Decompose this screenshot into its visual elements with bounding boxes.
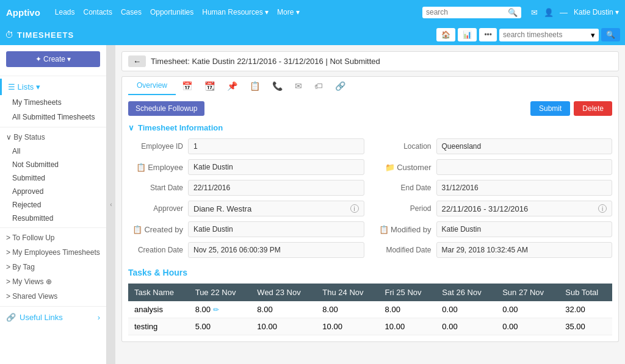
start-date-value: 22/11/2016 (188, 180, 364, 196)
task-thu-analysis: 8.00 (316, 301, 378, 318)
tab-icon-calendar[interactable]: 📅 (176, 77, 198, 95)
create-button[interactable]: ✦ Create ▾ (6, 51, 100, 67)
form-card: Schedule Followup Submit Delete ∨ Timesh… (121, 95, 619, 342)
modified-date-value: Mar 29, 2018 10:32:45 AM (436, 242, 613, 258)
sidebar-by-tag[interactable]: > By Tag (0, 260, 106, 274)
tab-icon-clipboard[interactable]: 📋 (244, 77, 266, 95)
sidebar-status-rejected[interactable]: Rejected (0, 198, 106, 212)
modified-by-value: Katie Dustin (436, 221, 613, 237)
sub-search-btn[interactable]: 🔍 (601, 28, 620, 41)
tab-icon-calendar2[interactable]: 📆 (198, 77, 221, 95)
task-tue-analysis: 8.00 ✏ (189, 301, 251, 318)
sidebar-status-resubmitted[interactable]: Resubmitted (0, 212, 106, 225)
created-by-icon: 📋 (132, 225, 142, 234)
home-btn[interactable]: 🏠 (436, 28, 455, 41)
period-info-icon[interactable]: i (598, 204, 607, 213)
sidebar-by-status[interactable]: ∨ By Status (0, 130, 106, 145)
sidebar-to-follow-up[interactable]: > To Follow Up (0, 230, 106, 245)
tab-icon-pin[interactable]: 📌 (221, 77, 244, 95)
delete-button[interactable]: Delete (574, 101, 612, 116)
back-button[interactable]: ← (128, 55, 146, 67)
more-btn[interactable]: ••• (479, 28, 497, 41)
table-row: testing 5.00 10.00 10.00 10.00 0.00 0.00… (128, 318, 612, 335)
location-value: Queensland (436, 138, 613, 154)
schedule-followup-button[interactable]: Schedule Followup (128, 101, 204, 116)
period-label: Period (377, 204, 432, 213)
breadcrumb-title: Timesheet: Katie Dustin 22/11/2016 - 31/… (151, 57, 380, 66)
nav-contacts[interactable]: Contacts (84, 8, 112, 16)
modified-by-icon: 📋 (379, 225, 389, 234)
search-icon: 🔍 (508, 8, 518, 17)
useful-links-label: Useful Links (20, 313, 63, 322)
clock-icon: ⏱ (5, 30, 13, 40)
link-icon: 🔗 (6, 313, 16, 322)
sidebar-divider-2 (0, 127, 106, 127)
employee-icon: 📋 (136, 163, 146, 172)
chart-btn[interactable]: 📊 (458, 28, 477, 41)
task-subtotal-testing: 35.00 (559, 318, 612, 335)
task-thu-testing: 10.00 (316, 318, 378, 335)
modified-by-row: 📋 Modified by Katie Dustin (377, 221, 613, 237)
sidebar-item-all-submitted[interactable]: All Submitted Timesheets (0, 110, 106, 124)
sub-nav: ⏱ TIMESHEETS 🏠 📊 ••• ▾ 🔍 (0, 24, 625, 45)
end-date-value: 31/12/2016 (436, 180, 613, 196)
task-wed-testing: 10.00 (251, 318, 316, 335)
user-menu[interactable]: Katie Dustin ▾ (574, 8, 619, 16)
chevron-down-icon[interactable]: ▾ (591, 30, 595, 40)
col-thu: Thu 24 Nov (316, 284, 378, 301)
end-date-label: End Date (377, 184, 432, 192)
approver-info-icon[interactable]: i (350, 204, 359, 213)
sidebar-useful-links[interactable]: 🔗 Useful Links › (0, 309, 106, 326)
sidebar-status-all[interactable]: All (0, 145, 106, 158)
tab-icon-tag[interactable]: 🏷 (308, 77, 329, 95)
nav-hr[interactable]: Human Resources ▾ (202, 8, 269, 16)
creation-date-row: Creation Date Nov 25, 2016 06:00:39 PM (128, 242, 364, 258)
sub-search-bar: ▾ (499, 29, 599, 41)
chevron-right-icon: › (98, 313, 100, 322)
top-nav: Apptivo Leads Contacts Cases Opportuniti… (0, 0, 625, 24)
sidebar-shared-views[interactable]: > Shared Views (0, 289, 106, 304)
edit-icon[interactable]: ✏ (213, 305, 219, 314)
tab-overview[interactable]: Overview (128, 77, 176, 95)
col-fri: Fri 25 Nov (379, 284, 436, 301)
nav-cases[interactable]: Cases (121, 8, 142, 16)
tab-icon-link[interactable]: 🔗 (329, 77, 352, 95)
employee-value: Katie Dustin (188, 159, 364, 175)
nav-leads[interactable]: Leads (55, 8, 75, 16)
sidebar-my-views[interactable]: > My Views ⊕ (0, 274, 106, 289)
sidebar-item-my-timesheets[interactable]: My Timesheets (0, 95, 106, 110)
task-fri-testing: 10.00 (379, 318, 436, 335)
task-sat-analysis: 0.00 (436, 301, 496, 318)
creation-date-value: Nov 25, 2016 06:00:39 PM (188, 242, 364, 258)
sidebar-divider-3 (0, 227, 106, 228)
task-wed-analysis: 8.00 (251, 301, 316, 318)
tab-icon-phone[interactable]: 📞 (266, 77, 289, 95)
tasks-title: Tasks & Hours (128, 268, 612, 277)
sidebar-status-approved[interactable]: Approved (0, 185, 106, 198)
sidebar-my-employees[interactable]: > My Employees Timesheets (0, 245, 106, 260)
sidebar: ✦ Create ▾ ☰ Lists ▾ My Timesheets All S… (0, 45, 107, 364)
submit-button[interactable]: Submit (530, 101, 570, 116)
messages-icon[interactable]: ✉ (531, 8, 538, 17)
nav-icons: ✉ 👤 — Katie Dustin ▾ (531, 8, 619, 17)
col-wed: Wed 23 Nov (251, 284, 316, 301)
sidebar-lists[interactable]: ☰ Lists ▾ (0, 79, 106, 95)
nav-opportunities[interactable]: Opportunities (150, 8, 193, 16)
sidebar-status-not-submitted[interactable]: Not Submitted (0, 158, 106, 171)
col-sun: Sun 27 Nov (496, 284, 559, 301)
employee-id-value: 1 (188, 138, 364, 154)
sidebar-collapse-handle[interactable]: ‹ (107, 45, 115, 364)
sidebar-status-submitted[interactable]: Submitted (0, 171, 106, 185)
tab-icon-email[interactable]: ✉ (289, 77, 308, 95)
sub-search-input[interactable] (503, 30, 588, 39)
nav-more[interactable]: More ▾ (277, 8, 300, 16)
modified-date-row: Modified Date Mar 29, 2018 10:32:45 AM (377, 242, 613, 258)
sidebar-create-area: ✦ Create ▾ (0, 45, 106, 73)
col-tue: Tue 22 Nov (189, 284, 251, 301)
top-search-input[interactable] (426, 8, 505, 16)
sub-nav-left: ⏱ TIMESHEETS (5, 30, 433, 40)
approver-label: Approver (128, 204, 183, 213)
timesheets-title: TIMESHEETS (17, 30, 74, 40)
notifications-icon[interactable]: 👤 (544, 8, 554, 17)
location-label: Location (377, 142, 432, 151)
